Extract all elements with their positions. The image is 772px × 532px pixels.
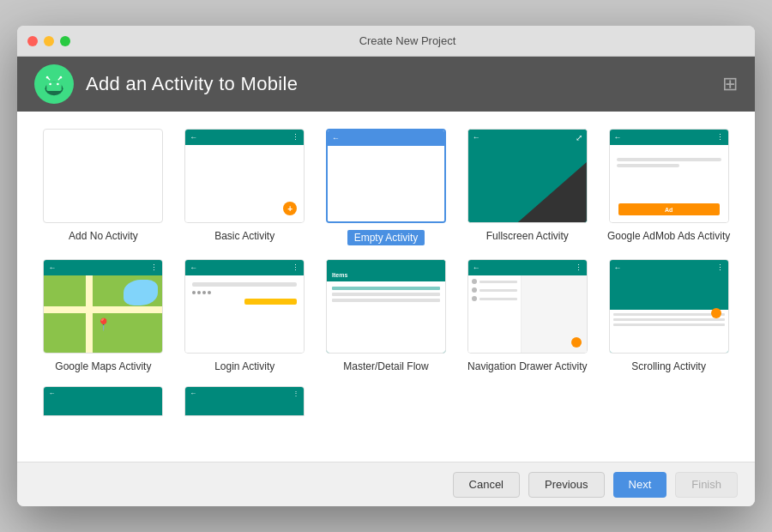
back-arrow-icon: ← bbox=[48, 263, 56, 272]
star-2 bbox=[197, 291, 201, 294]
navdrawer-body bbox=[468, 275, 587, 353]
activity-item-empty[interactable]: ← Empty Activity bbox=[321, 129, 452, 245]
activity-grid: Add No Activity ← ⋮ + Basic Activity bbox=[38, 129, 734, 372]
more-dots-icon: ⋮ bbox=[292, 263, 299, 272]
device-icon: ⊞ bbox=[722, 73, 738, 95]
scroll-line-3 bbox=[613, 323, 725, 326]
android-logo bbox=[34, 64, 74, 104]
basic-body: + bbox=[185, 145, 304, 222]
content-area: Add No Activity ← ⋮ + Basic Activity bbox=[17, 112, 755, 462]
scrolling-fab bbox=[711, 308, 721, 318]
navdrawer-activity-thumbnail: ← ⋮ bbox=[467, 259, 588, 354]
drawer-line-2 bbox=[479, 289, 517, 292]
cancel-button[interactable]: Cancel bbox=[453, 472, 520, 498]
no-activity-label: Add No Activity bbox=[69, 230, 138, 242]
admob-line-2 bbox=[617, 164, 679, 167]
activity-item-fullscreen[interactable]: ← ⤢ Fullscreen Activity bbox=[461, 129, 593, 245]
maps-body: 📍 bbox=[44, 275, 162, 353]
more-dots-icon: ⋮ bbox=[575, 263, 582, 272]
title-bar: Create New Project bbox=[17, 26, 755, 57]
drawer-item-2 bbox=[472, 287, 517, 293]
login-field-1 bbox=[192, 282, 297, 287]
more-dots-icon: ⋮ bbox=[292, 133, 299, 142]
more-dots-icon: ⋮ bbox=[716, 263, 724, 272]
map-water bbox=[124, 280, 158, 305]
partial-item-1: ← bbox=[38, 386, 169, 416]
login-activity-thumbnail: ← ⋮ bbox=[184, 259, 305, 354]
close-button[interactable] bbox=[27, 36, 38, 46]
next-button[interactable]: Next bbox=[613, 472, 667, 498]
drawer-dot-2 bbox=[472, 287, 477, 293]
map-road-h bbox=[44, 306, 162, 313]
svg-point-2 bbox=[49, 83, 51, 86]
drawer-item-1 bbox=[472, 279, 517, 284]
admob-body: Ad bbox=[610, 145, 728, 222]
ad-banner: Ad bbox=[618, 203, 720, 215]
back-arrow-icon: ← bbox=[614, 133, 622, 142]
android-icon bbox=[42, 72, 66, 96]
activity-item-maps[interactable]: ← ⋮ 📍 Google Maps Activity bbox=[38, 259, 169, 372]
drawer-panel bbox=[468, 275, 522, 353]
admob-line-1 bbox=[617, 158, 721, 161]
activity-item-scrolling[interactable]: ← ⋮ Scrolling Activity bbox=[603, 259, 734, 372]
scrolling-body bbox=[610, 275, 728, 353]
login-password-stars bbox=[192, 291, 297, 294]
star-4 bbox=[208, 291, 211, 294]
header-left: Add an Activity to Mobile bbox=[34, 64, 298, 104]
back-arrow-icon: ← bbox=[190, 133, 197, 142]
main-window: Create New Project Add an Activity to Mo… bbox=[17, 26, 755, 506]
star-1 bbox=[192, 291, 196, 294]
drawer-dot-1 bbox=[472, 279, 477, 284]
basic-top-bar: ← ⋮ bbox=[185, 130, 304, 145]
more-dots-icon: ⋮ bbox=[716, 133, 724, 142]
fullscreen-expand-icon: ⤢ bbox=[576, 133, 582, 142]
maximize-button[interactable] bbox=[60, 36, 70, 46]
basic-activity-label: Basic Activity bbox=[214, 230, 274, 242]
star-3 bbox=[202, 291, 206, 294]
activity-item-login[interactable]: ← ⋮ Login Activity bbox=[179, 259, 311, 372]
navdrawer-activity-label: Navigation Drawer Activity bbox=[467, 360, 587, 372]
masterdetail-header: Items bbox=[327, 260, 445, 281]
map-road-v bbox=[86, 275, 93, 353]
scrolling-top-bar: ← ⋮ bbox=[610, 260, 728, 275]
back-arrow-icon: ← bbox=[332, 134, 340, 142]
masterdetail-content bbox=[327, 281, 445, 353]
svg-point-6 bbox=[46, 76, 49, 79]
dialog-header: Add an Activity to Mobile ⊞ bbox=[17, 57, 755, 112]
admob-top-bar: ← ⋮ bbox=[610, 130, 728, 145]
empty-activity-label: Empty Activity bbox=[347, 230, 425, 245]
activity-item-basic[interactable]: ← ⋮ + Basic Activity bbox=[179, 129, 311, 245]
scrolling-content bbox=[610, 310, 728, 353]
login-button bbox=[244, 299, 297, 305]
navdrawer-top-bar: ← ⋮ bbox=[468, 260, 587, 275]
no-activity-thumbnail bbox=[43, 129, 163, 223]
activity-item-no-activity[interactable]: Add No Activity bbox=[38, 129, 169, 245]
partial-activity-row: ← ← ⋮ bbox=[38, 386, 734, 416]
activity-item-masterdetail[interactable]: Items Master/Detail Flow bbox=[321, 259, 452, 372]
fullscreen-activity-thumbnail: ← ⤢ bbox=[467, 129, 588, 223]
admob-activity-label: Google AdMob Ads Activity bbox=[607, 230, 730, 242]
detail-line-2 bbox=[332, 293, 440, 296]
ad-text: Ad bbox=[665, 207, 672, 213]
map-pin-icon: 📍 bbox=[96, 317, 111, 331]
finish-button[interactable]: Finish bbox=[675, 472, 738, 498]
masterdetail-title-text: Items bbox=[332, 272, 347, 278]
maps-activity-thumbnail: ← ⋮ 📍 bbox=[43, 259, 163, 354]
scrolling-activity-label: Scrolling Activity bbox=[631, 360, 706, 372]
partial-thumbnail-2: ← ⋮ bbox=[184, 386, 305, 416]
scrolling-activity-thumbnail: ← ⋮ bbox=[609, 259, 729, 354]
fullscreen-back-icon: ← bbox=[473, 133, 480, 142]
activity-item-admob[interactable]: ← ⋮ Ad Google AdMob Ads Activity bbox=[603, 129, 734, 245]
navdrawer-fab bbox=[571, 337, 582, 348]
traffic-lights bbox=[27, 36, 70, 46]
basic-activity-thumbnail: ← ⋮ + bbox=[184, 129, 305, 223]
empty-activity-thumbnail: ← bbox=[326, 129, 446, 223]
drawer-line-3 bbox=[479, 298, 517, 300]
maps-top-bar: ← ⋮ bbox=[44, 260, 162, 275]
activity-item-navdrawer[interactable]: ← ⋮ bbox=[461, 259, 593, 372]
previous-button[interactable]: Previous bbox=[528, 472, 605, 498]
dialog-footer: Cancel Previous Next Finish bbox=[17, 462, 755, 506]
svg-point-7 bbox=[60, 76, 63, 79]
minimize-button[interactable] bbox=[44, 36, 54, 46]
scroll-line-1 bbox=[613, 313, 725, 316]
